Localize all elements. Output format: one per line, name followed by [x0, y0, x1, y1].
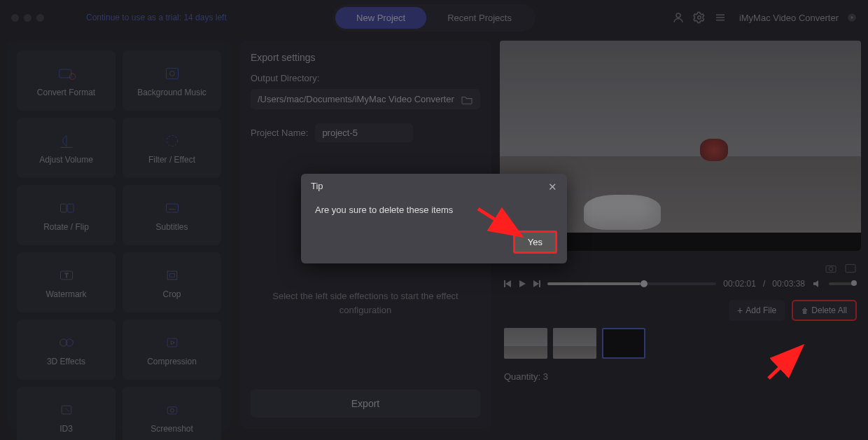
play-icon[interactable]	[518, 280, 526, 288]
effects-sidebar: Convert Format Background Music Adjust V…	[7, 41, 231, 429]
tool-label: Watermark	[46, 289, 86, 299]
volume-icon[interactable]	[812, 279, 822, 289]
quantity-label: Quantity: 3	[500, 359, 861, 382]
tool-filter-effect[interactable]: Filter / Effect	[122, 118, 221, 178]
confirm-modal: Tip ✕ Are you sure to delete these items…	[301, 174, 567, 263]
export-button[interactable]: Export	[251, 390, 480, 418]
tool-screenshot[interactable]: Screenshot	[122, 387, 221, 440]
gear-icon[interactable]	[693, 11, 706, 24]
svg-rect-32	[504, 280, 505, 287]
svg-point-29	[829, 267, 833, 271]
trial-notice[interactable]: Continue to use as a trial: 14 days left	[86, 13, 227, 22]
camera-icon[interactable]	[825, 263, 837, 273]
svg-point-10	[169, 71, 174, 76]
svg-rect-9	[166, 68, 178, 78]
tool-3d-effects[interactable]: 3D Effects	[17, 319, 115, 380]
modal-title: Tip	[311, 181, 323, 193]
tool-label: Subtitles	[155, 222, 188, 232]
helper-text: Select the left side effections to start…	[251, 289, 480, 317]
tool-adjust-volume[interactable]: Adjust Volume	[17, 118, 115, 178]
prev-icon[interactable]	[504, 280, 512, 288]
svg-rect-13	[60, 204, 66, 212]
tool-watermark[interactable]: T Watermark	[17, 252, 115, 312]
tool-subtitles[interactable]: Subtitles	[122, 185, 221, 245]
output-dir-field[interactable]: /Users/mac/Documents/iMyMac Video Conver…	[251, 89, 480, 109]
tool-background-music[interactable]: Background Music	[122, 50, 221, 111]
svg-point-1	[698, 16, 701, 20]
svg-point-27	[170, 408, 174, 412]
close-dot[interactable]	[11, 14, 19, 22]
svg-rect-35	[539, 280, 540, 287]
time-current: 00:02:01	[723, 279, 756, 289]
menu-icon[interactable]	[714, 11, 727, 24]
svg-point-0	[676, 13, 680, 18]
svg-rect-26	[167, 407, 177, 414]
folder-icon[interactable]	[461, 95, 473, 104]
export-heading: Export settings	[251, 52, 480, 63]
minimize-dot[interactable]	[24, 14, 31, 22]
tool-crop[interactable]: Crop	[122, 252, 221, 312]
svg-marker-24	[171, 341, 174, 344]
file-thumbnails	[500, 328, 861, 359]
seek-slider[interactable]	[547, 282, 716, 285]
svg-marker-36	[813, 280, 818, 287]
tool-label: Screenshot	[150, 424, 193, 434]
tool-id3[interactable]: ID3	[17, 387, 115, 440]
user-icon[interactable]	[672, 11, 685, 24]
tool-label: Rotate / Flip	[43, 222, 89, 232]
output-dir-value: /Users/mac/Documents/iMyMac Video Conver…	[258, 94, 455, 104]
svg-rect-23	[167, 338, 177, 347]
app-name: iMyMac Video Converter	[739, 13, 839, 23]
tool-label: Convert Format	[37, 88, 95, 97]
yes-button[interactable]: Yes	[513, 231, 557, 254]
tool-label: Compression	[147, 357, 197, 366]
maximize-dot[interactable]	[36, 14, 44, 22]
dropdown-icon[interactable]	[847, 13, 857, 22]
thumbnail-selected[interactable]	[602, 328, 645, 359]
time-total: 00:03:38	[772, 279, 805, 289]
svg-rect-30	[846, 264, 855, 272]
close-icon[interactable]: ✕	[548, 181, 557, 193]
tool-label: Background Music	[137, 88, 206, 97]
tool-label: ID3	[59, 424, 73, 434]
svg-rect-19	[167, 271, 177, 280]
project-tabs: New Project Recent Projects	[332, 4, 536, 32]
delete-all-button[interactable]: 🗑Delete All	[792, 300, 857, 321]
tool-label: 3D Effects	[47, 357, 85, 366]
svg-rect-20	[169, 273, 174, 277]
tool-label: Crop	[162, 289, 181, 299]
tool-label: Adjust Volume	[39, 155, 93, 165]
svg-rect-25	[62, 406, 71, 414]
svg-rect-15	[166, 204, 178, 212]
time-sep: /	[763, 279, 765, 289]
svg-marker-31	[505, 280, 511, 287]
svg-point-8	[69, 74, 76, 80]
svg-text:T: T	[64, 272, 68, 279]
next-icon[interactable]	[532, 280, 540, 288]
project-name-input[interactable]	[315, 123, 413, 142]
thumbnail[interactable]	[504, 328, 547, 359]
volume-slider[interactable]	[829, 282, 857, 285]
output-dir-label: Output Directory:	[251, 73, 480, 83]
tab-new-project[interactable]: New Project	[335, 7, 426, 29]
svg-marker-34	[533, 280, 539, 287]
tool-compression[interactable]: Compression	[122, 319, 221, 380]
svg-rect-14	[67, 204, 74, 212]
svg-point-12	[167, 135, 177, 146]
thumbnail[interactable]	[553, 328, 596, 359]
tool-rotate-flip[interactable]: Rotate / Flip	[17, 185, 115, 245]
tool-label: Filter / Effect	[148, 155, 195, 165]
project-name-label: Project Name:	[251, 128, 308, 138]
add-file-button[interactable]: +Add File	[729, 300, 785, 321]
tab-recent-projects[interactable]: Recent Projects	[426, 7, 533, 29]
modal-message: Are you sure to delete these items	[301, 200, 567, 231]
svg-marker-33	[519, 280, 526, 287]
fullscreen-icon[interactable]	[844, 263, 857, 273]
window-controls[interactable]	[11, 14, 44, 22]
tool-convert-format[interactable]: Convert Format	[17, 50, 115, 111]
